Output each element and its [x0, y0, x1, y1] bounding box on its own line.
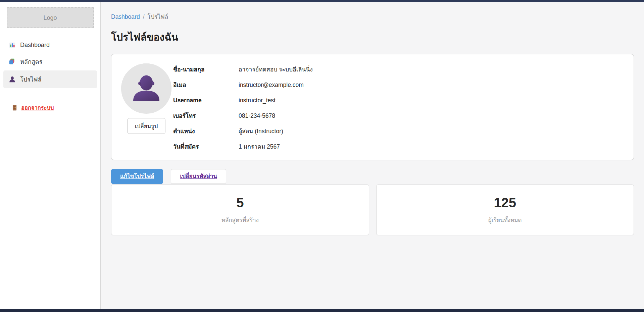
field-label-username: Username [173, 96, 239, 105]
field-value-email: instructor@example.com [239, 80, 624, 90]
field-label-phone: เบอร์โทร [173, 111, 239, 121]
stat-card-total-learners: 125 ผู้เรียนทั้งหมด [376, 185, 634, 235]
door-icon [11, 104, 18, 111]
logo-placeholder: Logo [7, 7, 94, 28]
field-value-position: ผู้สอน (Instructor) [239, 126, 624, 136]
avatar [121, 63, 171, 114]
logo-label: Logo [43, 14, 57, 21]
field-value-name: อาจารย์ทดสอบ ระบบอีเลินนิ่ง [239, 65, 624, 74]
logout-link[interactable]: ออกจากระบบ [11, 103, 54, 112]
sidebar: Logo Dashboard หลักสูตร [0, 2, 101, 309]
field-label-email: อีเมล [173, 80, 239, 90]
sidebar-nav: Dashboard หลักสูตร โปรไฟล์ [0, 38, 100, 88]
profile-icon [9, 76, 16, 83]
field-value-username: instructor_test [239, 96, 624, 105]
change-password-button[interactable]: เปลี่ยนรหัสผ่าน [171, 169, 226, 184]
field-value-phone: 081-234-5678 [239, 111, 624, 121]
stat-value: 125 [377, 195, 634, 210]
breadcrumb: Dashboard / โปรไฟล์ [111, 12, 634, 21]
page-title: โปรไฟล์ของฉัน [111, 29, 634, 45]
main-content: Dashboard / โปรไฟล์ โปรไฟล์ของฉัน [101, 2, 644, 309]
breadcrumb-current: โปรไฟล์ [148, 12, 168, 21]
breadcrumb-separator: / [143, 13, 145, 20]
person-silhouette-icon [121, 63, 171, 114]
avatar-column: เปลี่ยนรูป [119, 63, 173, 134]
courses-icon [9, 58, 16, 65]
stats-row: 5 หลักสูตรที่สร้าง 125 ผู้เรียนทั้งหมด [111, 185, 634, 235]
sidebar-item-label: โปรไฟล์ [20, 74, 42, 84]
profile-actions: แก้ไขโปรไฟล์ เปลี่ยนรหัสผ่าน [111, 169, 634, 184]
change-photo-button[interactable]: เปลี่ยนรูป [127, 118, 166, 134]
bottom-accent-bar [0, 309, 644, 312]
sidebar-divider [7, 91, 94, 91]
field-label-name: ชื่อ-นามสกุล [173, 65, 239, 74]
field-label-register-date: วันที่สมัคร [173, 142, 239, 152]
profile-fields: ชื่อ-นามสกุล อาจารย์ทดสอบ ระบบอีเลินนิ่ง… [173, 63, 624, 152]
field-label-position: ตำแหน่ง [173, 126, 239, 136]
field-value-register-date: 1 มกราคม 2567 [239, 142, 624, 152]
sidebar-item-label: Dashboard [20, 42, 50, 49]
stat-card-courses-created: 5 หลักสูตรที่สร้าง [111, 185, 369, 235]
logout-label: ออกจากระบบ [21, 103, 54, 112]
sidebar-item-courses[interactable]: หลักสูตร [3, 53, 97, 70]
top-accent-bar [0, 0, 644, 2]
sidebar-item-label: หลักสูตร [20, 57, 42, 66]
stat-value: 5 [111, 195, 369, 210]
sidebar-item-profile[interactable]: โปรไฟล์ [3, 70, 97, 88]
stat-label: ผู้เรียนทั้งหมด [377, 215, 634, 224]
stat-label: หลักสูตรที่สร้าง [111, 215, 369, 224]
profile-card: เปลี่ยนรูป ชื่อ-นามสกุล อาจารย์ทดสอบ ระบ… [111, 54, 634, 160]
sidebar-item-dashboard[interactable]: Dashboard [3, 38, 97, 53]
dashboard-icon [9, 42, 16, 49]
edit-profile-button[interactable]: แก้ไขโปรไฟล์ [111, 169, 163, 184]
breadcrumb-dashboard-link[interactable]: Dashboard [111, 13, 140, 20]
